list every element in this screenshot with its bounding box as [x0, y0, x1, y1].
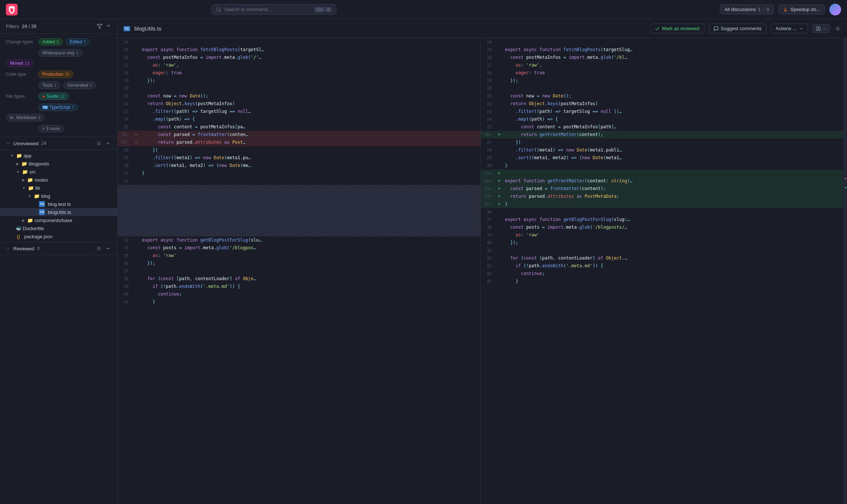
- diff-line: 36: [481, 208, 844, 216]
- tree-item-components[interactable]: ▶ 📁 components/base: [0, 216, 117, 224]
- chevron-right-icon: ▶: [16, 162, 19, 166]
- change-types-row: Change types Added 5 Edited 7: [6, 38, 111, 46]
- diff-line-added: 33+ + const parsed = frontmatter(content…: [481, 185, 844, 193]
- checkmark-icon: [655, 26, 660, 31]
- tree-item-app[interactable]: ▼ 📁 app: [0, 151, 117, 160]
- diff-line: 38 for (const [path, contentLoader] of O…: [118, 275, 480, 283]
- code-type-label: Code type: [6, 72, 35, 77]
- chevron-down-icon: ▼: [28, 194, 32, 198]
- tree-label: blog.test.ts: [48, 201, 71, 207]
- suggest-comments-button[interactable]: Suggest comments: [709, 24, 766, 33]
- reviewed-collapse-button[interactable]: [105, 245, 111, 252]
- file-types-row: File types ● Svelte 12: [6, 93, 111, 100]
- tree-label: blogposts: [29, 161, 49, 167]
- discussions-button[interactable]: All discussions 1 / 0: [720, 4, 774, 14]
- file-name: blogUtils.ts: [135, 25, 161, 32]
- diff-line: 38 const posts = import.meta.glob('/blog…: [481, 224, 844, 231]
- app-logo[interactable]: [6, 4, 18, 15]
- mark-reviewed-button[interactable]: Mark as reviewed: [650, 24, 704, 33]
- tests-badge[interactable]: Tests 1: [38, 82, 60, 89]
- diff-container[interactable]: 14 15 export async function fetchBlogPos…: [118, 38, 847, 504]
- comment-count: 0: [835, 26, 841, 31]
- typescript-badge[interactable]: TS TypeScript 7: [38, 104, 78, 111]
- diff-line-added: 35+ + }: [481, 200, 844, 208]
- diff-line-added: 26+ + return getFrontMatter(content);: [481, 131, 844, 139]
- folder-icon: 📁: [27, 177, 33, 183]
- diff-scrollbar[interactable]: [843, 38, 847, 504]
- reviewed-list-button[interactable]: [95, 245, 102, 252]
- unreviewed-header[interactable]: Unreviewed 24: [0, 137, 117, 150]
- view-toggle[interactable]: [812, 24, 830, 33]
- actions-button[interactable]: Actions ...: [771, 24, 808, 33]
- diff-line: 16 const postMetaInfos = import.meta.glo…: [481, 54, 844, 61]
- tree-label: Dockerfile: [23, 226, 44, 231]
- diff-line: 35 as: 'raw': [118, 252, 480, 260]
- chevron-down-icon: [822, 26, 827, 31]
- production-badge[interactable]: Production 25: [38, 71, 74, 78]
- diff-line: 43 if (!path.endsWith('.meta.md')) {: [481, 262, 844, 270]
- edited-badge[interactable]: Edited 7: [66, 38, 90, 46]
- list-view-button[interactable]: [95, 140, 102, 147]
- list-icon: [96, 246, 101, 251]
- collapse-button[interactable]: [106, 23, 111, 30]
- unreviewed-title: Unreviewed: [13, 141, 39, 146]
- diff-line: 28 .filter((meta1) => new Date(meta1.pub…: [481, 146, 844, 154]
- search-input[interactable]: [224, 7, 312, 12]
- filter-sections: Change types Added 5 Edited 7 Whitespace…: [0, 34, 117, 137]
- added-badge[interactable]: Added 5: [38, 38, 63, 46]
- tree-item-blog-test[interactable]: ▶ TS blog.test.ts: [0, 200, 117, 208]
- reviewed-count: 0: [37, 246, 40, 251]
- diff-line: 41 }: [118, 298, 480, 306]
- diff-line: 16 const postMetaInfos = import.meta.glo…: [118, 54, 480, 61]
- filters-count: 24 / 26: [22, 24, 36, 29]
- tree-item-blogposts[interactable]: ▶ 📁 blogposts: [0, 160, 117, 168]
- diff-pane-left: 14 15 export async function fetchBlogPos…: [118, 38, 481, 504]
- diff-line: 42 for (const [path, contentLoader] of O…: [481, 254, 844, 262]
- diff-line: 22 return Object.keys(postMetaInfos): [481, 100, 844, 108]
- svg-rect-3: [819, 26, 820, 31]
- reviewed-header[interactable]: Reviewed 0: [0, 242, 117, 255]
- diff-line: 28 }): [118, 146, 480, 154]
- tree-item-src[interactable]: ▼ 📁 src: [0, 168, 117, 176]
- file-tree: ▼ 📁 app ▶ 📁 blogposts ▼ 📁 src: [0, 150, 117, 242]
- tree-item-lib[interactable]: ▼ 📁 lib: [0, 184, 117, 192]
- tree-item-routes[interactable]: ▶ 📁 routes: [0, 176, 117, 184]
- diff-line-added-empty: 31+ +: [481, 169, 844, 177]
- search-bar[interactable]: Ctrl K: [211, 4, 336, 15]
- diff-line: 19 });: [481, 77, 844, 85]
- folder-icon: 📁: [16, 153, 22, 158]
- svelte-badge[interactable]: ● Svelte 12: [38, 93, 69, 100]
- moved-badge[interactable]: Moved 13: [6, 60, 33, 67]
- sidebar: Filters 24 / 26 Change types Added 5: [0, 19, 118, 504]
- list-icon: [96, 141, 101, 146]
- split-view-icon: [816, 26, 821, 31]
- diff-line: 37: [118, 267, 480, 275]
- diff-line: 27 }): [481, 139, 844, 146]
- chevron-down-icon: [6, 141, 10, 146]
- diff-line: 24 .map((path) => {: [118, 115, 480, 123]
- speedup-button[interactable]: Speedup do...: [778, 4, 825, 14]
- tree-item-package-json[interactable]: ▶ {} package.json: [0, 232, 117, 240]
- chevron-right-icon: ▶: [22, 178, 25, 182]
- folder-icon: 📁: [21, 161, 27, 167]
- unreviewed-count: 24: [42, 141, 46, 146]
- generated-badge[interactable]: Generated 2: [63, 82, 96, 89]
- markdown-badge[interactable]: M↓ Markdown 3: [6, 114, 44, 121]
- tree-item-blog[interactable]: ▼ 📁 blog: [0, 192, 117, 200]
- folder-icon: 📁: [27, 217, 33, 223]
- tree-item-blogutils[interactable]: ▶ TS blogUtils.ts: [0, 208, 117, 216]
- more-badge[interactable]: + 3 more: [38, 125, 64, 132]
- change-types-label: Change types: [6, 39, 35, 44]
- diff-line: 45 }: [481, 278, 844, 285]
- chevron-down-icon: [799, 26, 803, 31]
- filters-label: Filters: [6, 24, 19, 29]
- collapse-tree-button[interactable]: [105, 140, 111, 147]
- diff-line: 15 export async function fetchBlogPosts(…: [481, 46, 844, 54]
- filter-icon-button[interactable]: [97, 24, 103, 29]
- diff-line: 15 export async function fetchBlogPosts(…: [118, 46, 480, 54]
- chevron-down-icon: ▼: [10, 154, 14, 158]
- tests-row: Tests 1 Generated 2: [6, 82, 111, 89]
- tree-item-dockerfile[interactable]: ▶ 🐳 Dockerfile: [0, 224, 117, 232]
- avatar[interactable]: [829, 4, 841, 15]
- whitespace-badge[interactable]: Whitespace only 1: [38, 49, 82, 57]
